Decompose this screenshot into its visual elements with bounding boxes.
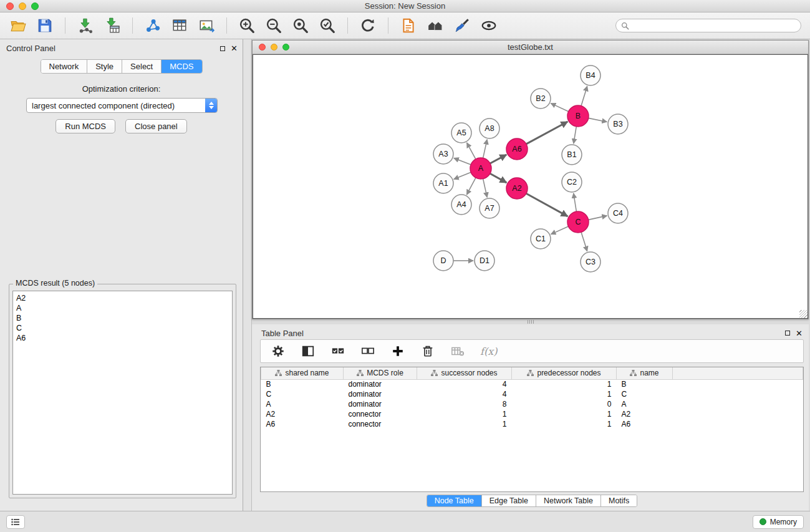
float-table-panel-icon[interactable] [785, 331, 790, 336]
table-cell[interactable]: A6 [261, 419, 344, 429]
table-cell[interactable]: 0 [512, 399, 617, 409]
new-network-button[interactable] [143, 16, 162, 35]
table-cell[interactable]: connector [344, 409, 417, 419]
delete-column-button[interactable] [420, 344, 435, 359]
graph-edge-A-A7[interactable] [483, 179, 488, 198]
minimize-network-button[interactable] [271, 44, 277, 51]
graph-edge-C-C1[interactable] [551, 226, 568, 235]
tab-select[interactable]: Select [122, 60, 162, 73]
close-window-button[interactable] [6, 2, 14, 10]
zoom-network-button[interactable] [282, 44, 289, 51]
table-cell[interactable]: dominator [344, 399, 417, 409]
delete-table-button[interactable] [450, 344, 465, 359]
tab-network-table[interactable]: Network Table [536, 495, 601, 506]
table-cell[interactable]: dominator [344, 389, 417, 399]
table-cell[interactable]: 1 [512, 409, 617, 419]
table-cell[interactable]: 1 [512, 389, 617, 399]
tab-motifs[interactable]: Motifs [601, 495, 637, 506]
graph-edge-A-A6[interactable] [490, 155, 506, 163]
tab-edge-table[interactable]: Edge Table [482, 495, 536, 506]
close-network-button[interactable] [259, 44, 266, 51]
table-cell[interactable]: 8 [417, 399, 512, 409]
zoom-fit-button[interactable] [291, 16, 310, 35]
column-header-predecessor-nodes[interactable]: predecessor nodes [512, 367, 617, 379]
zoom-out-button[interactable] [264, 16, 283, 35]
tab-network[interactable]: Network [41, 60, 87, 73]
new-table-button[interactable] [170, 16, 189, 35]
graph-edge-A2-C[interactable] [526, 193, 567, 216]
mcds-result-item[interactable]: A2 [16, 293, 229, 303]
table-settings-button[interactable] [271, 344, 286, 359]
panel-divider[interactable] [243, 39, 252, 511]
mcds-result-item[interactable]: C [16, 323, 229, 333]
function-builder-button[interactable]: f(x) [480, 344, 497, 359]
memory-button[interactable]: Memory [753, 515, 804, 529]
graph-edge-C-C2[interactable] [574, 193, 577, 211]
table-row[interactable]: A2connector11A2 [261, 409, 803, 419]
import-table-button[interactable] [103, 16, 122, 35]
open-session-button[interactable] [9, 16, 27, 35]
table-cell[interactable]: 1 [512, 379, 617, 389]
table-cell[interactable]: 4 [417, 389, 512, 399]
graph-edge-A-A2[interactable] [490, 173, 506, 183]
graph-edge-B-B1[interactable] [574, 127, 576, 143]
column-header-shared-name[interactable]: shared name [261, 367, 344, 379]
show-columns-button[interactable] [301, 344, 316, 359]
table-cell[interactable]: C [617, 389, 673, 399]
table-row[interactable]: Adominator80A [261, 399, 803, 409]
optimization-criterion-dropdown[interactable]: largest connected component (directed) [26, 98, 218, 113]
select-all-button[interactable] [330, 344, 345, 359]
table-cell[interactable]: 4 [417, 379, 512, 389]
deselect-all-button[interactable] [360, 344, 375, 359]
float-panel-icon[interactable] [220, 46, 225, 51]
save-session-button[interactable] [36, 16, 54, 35]
tab-node-table[interactable]: Node Table [427, 495, 482, 506]
graph-edge-A-A8[interactable] [483, 140, 488, 158]
mcds-result-item[interactable]: A6 [16, 333, 229, 343]
refresh-button[interactable] [359, 16, 377, 35]
mcds-result-item[interactable]: A [16, 303, 229, 313]
export-image-button[interactable] [197, 16, 216, 35]
network-canvas[interactable]: B4B2BB3A8A5A6A3B1AA1C2A2A4A7C4CC1C3DD1 [253, 54, 808, 319]
graph-edge-A-A4[interactable] [466, 178, 476, 195]
column-header-name[interactable]: name [617, 367, 673, 379]
table-cell[interactable]: A6 [617, 419, 673, 429]
graph-edge-C-C4[interactable] [589, 216, 607, 220]
table-cell[interactable]: A [617, 399, 673, 409]
document-clipboard-button[interactable] [399, 16, 418, 35]
close-panel-icon[interactable]: ✕ [231, 44, 238, 52]
graph-edge-B-B4[interactable] [581, 86, 587, 106]
show-panels-button[interactable] [6, 515, 25, 529]
column-header-mcds-role[interactable]: MCDS role [344, 367, 417, 379]
graph-edge-A6-B[interactable] [526, 122, 567, 144]
table-cell[interactable]: 1 [417, 419, 512, 429]
close-panel-button[interactable]: Close panel [125, 119, 187, 133]
import-network-button[interactable] [76, 16, 95, 35]
show-hide-button[interactable] [480, 16, 498, 35]
table-row[interactable]: Cdominator41C [261, 389, 803, 399]
graph-edge-A-A1[interactable] [454, 172, 471, 179]
zoom-window-button[interactable] [31, 2, 39, 10]
table-cell[interactable]: A2 [261, 409, 344, 419]
splitter-grip-icon[interactable] [528, 320, 534, 324]
table-cell[interactable]: dominator [344, 379, 417, 389]
table-cell[interactable]: 1 [512, 419, 617, 429]
zoom-in-button[interactable] [238, 16, 256, 35]
tab-style[interactable]: Style [87, 60, 122, 73]
graph-edge-B-B3[interactable] [589, 118, 607, 122]
table-cell[interactable]: connector [344, 419, 417, 429]
table-row[interactable]: A6connector11A6 [261, 419, 803, 429]
run-mcds-button[interactable]: Run MCDS [55, 119, 115, 133]
table-cell[interactable]: C [261, 389, 344, 399]
create-column-button[interactable] [390, 344, 405, 359]
mcds-result-item[interactable]: B [16, 313, 229, 323]
tab-mcds[interactable]: MCDS [162, 60, 201, 73]
minimize-window-button[interactable] [19, 2, 26, 10]
table-cell[interactable]: B [261, 379, 344, 389]
column-header-successor-nodes[interactable]: successor nodes [417, 367, 512, 379]
graph-edge-A-A5[interactable] [467, 143, 476, 159]
table-cell[interactable]: 1 [417, 409, 512, 419]
table-row[interactable]: Bdominator41B [261, 379, 803, 389]
table-cell[interactable]: B [617, 379, 673, 389]
graph-edge-C-C3[interactable] [581, 232, 587, 251]
